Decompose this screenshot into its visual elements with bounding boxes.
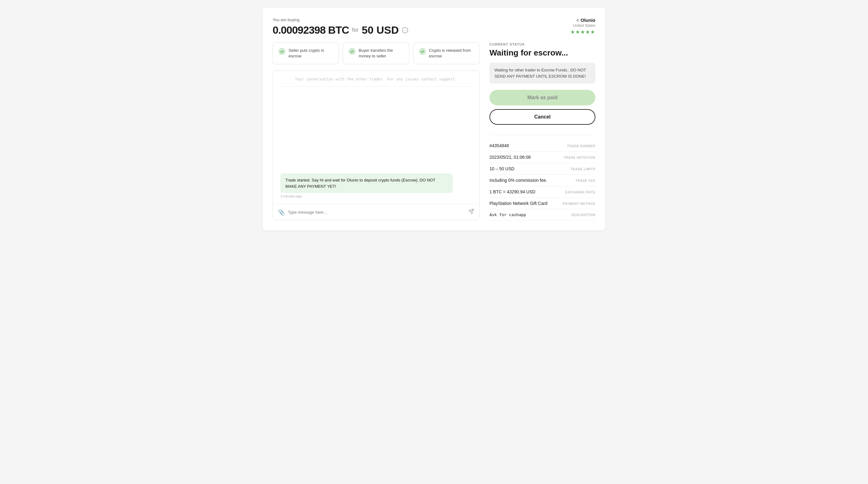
page-container: You are buying 0.00092398 BTC for 50 USD… <box>262 7 606 230</box>
chat-bubble-container: Trade started. Say Hi and wait for Oluni… <box>280 173 472 198</box>
detail-row: PlayStation Network Gift Card PAYMENT ME… <box>490 198 595 209</box>
detail-value: 10 – 50 USD <box>490 166 515 171</box>
detail-value: 1 BTC = 43290.94 USD <box>490 189 535 194</box>
detail-label: PAYMENT METHOD <box>563 202 595 205</box>
seller-info: Olunio United States ★★★★★ <box>570 18 595 35</box>
detail-value: Ask for cashapp <box>490 212 526 217</box>
for-text: for <box>352 27 359 33</box>
chat-input[interactable] <box>288 210 465 215</box>
step-card-release: Crypto is released from escrow <box>413 42 479 64</box>
left-panel: Seller puts crypto in escrow Buyer trans… <box>273 42 479 220</box>
step-text-escrow: Seller puts crypto in escrow <box>288 48 333 59</box>
step-text-transfer: Buyer transfers the money to seller <box>359 48 403 59</box>
chat-input-row: 📎 <box>273 204 479 220</box>
detail-label: TRADE INITIATION <box>564 156 595 159</box>
detail-row: Including 0% commission fee. TRADE FEE <box>490 175 595 186</box>
trade-details: #4354848 TRADE NUMBER 2023/05/21, 01:06:… <box>490 135 595 221</box>
check-icon-escrow <box>280 50 284 53</box>
detail-row: 2023/05/21, 01:06:08 TRADE INITIATION <box>490 151 595 163</box>
seller-name: Olunio <box>581 18 596 23</box>
detail-row: 1 BTC = 43290.94 USD EXCHANGE RATE <box>490 186 595 198</box>
status-message-box: Waiting for other trader to Escrow Funds… <box>490 63 595 84</box>
detail-value: 2023/05/21, 01:06:08 <box>490 155 531 160</box>
cancel-button[interactable]: Cancel <box>490 109 595 125</box>
chat-area: Your conversation with the other trader.… <box>273 70 479 220</box>
detail-label: TRADE NUMBER <box>567 144 595 148</box>
seller-name-row: Olunio <box>570 18 595 23</box>
top-row: You are buying 0.00092398 BTC for 50 USD… <box>273 18 595 36</box>
chat-bubble-time: 3 minutes ago <box>280 194 472 198</box>
step-check-transfer <box>349 48 355 55</box>
seller-status-dot <box>577 19 579 22</box>
step-card-transfer: Buyer transfers the money to seller <box>343 42 409 64</box>
trade-header-left: You are buying 0.00092398 BTC for 50 USD… <box>273 18 408 36</box>
detail-label: TRADE LIMITS <box>570 168 595 171</box>
detail-value: PlayStation Network Gift Card <box>490 201 548 206</box>
chat-placeholder-text: Your conversation with the other trader.… <box>280 77 472 87</box>
send-icon[interactable] <box>468 208 474 216</box>
step-check-release <box>419 48 426 55</box>
step-text-release: Crypto is released from escrow <box>429 48 473 59</box>
detail-label: EXCHANGE RATE <box>565 191 595 194</box>
buying-label: You are buying <box>273 18 408 22</box>
check-icon-transfer <box>350 50 354 53</box>
detail-row: 10 – 50 USD TRADE LIMITS <box>490 163 595 175</box>
attach-icon[interactable]: 📎 <box>278 209 285 216</box>
chat-bubble: Trade started. Say Hi and wait for Oluni… <box>280 173 453 193</box>
detail-label: DESCRIPTION <box>571 213 595 217</box>
detail-label: TRADE FEE <box>576 179 595 182</box>
main-content: Seller puts crypto in escrow Buyer trans… <box>273 42 595 221</box>
mark-paid-button[interactable]: Mark as paid <box>490 90 595 106</box>
current-status-label: CURRENT STATUS <box>490 42 595 46</box>
status-heading: Waiting for escrow... <box>490 48 595 58</box>
steps-row: Seller puts crypto in escrow Buyer trans… <box>273 42 479 64</box>
detail-row: Ask for cashapp DESCRIPTION <box>490 209 595 221</box>
right-panel: CURRENT STATUS Waiting for escrow... Wai… <box>490 42 595 221</box>
trade-title: 0.00092398 BTC for 50 USD i <box>273 24 408 36</box>
seller-stars: ★★★★★ <box>570 29 595 35</box>
chat-messages: Your conversation with the other trader.… <box>273 71 479 204</box>
step-card-escrow: Seller puts crypto in escrow <box>273 42 339 64</box>
detail-value: #4354848 <box>490 143 509 148</box>
step-check-escrow <box>279 48 285 55</box>
info-icon[interactable]: i <box>402 27 408 33</box>
detail-value: Including 0% commission fee. <box>490 178 547 183</box>
chat-spacer <box>280 93 472 170</box>
usd-amount: 50 USD <box>362 24 399 36</box>
detail-row: #4354848 TRADE NUMBER <box>490 140 595 151</box>
check-icon-release <box>421 50 424 53</box>
seller-country: United States <box>570 23 595 28</box>
btc-amount: 0.00092398 BTC <box>273 24 349 36</box>
